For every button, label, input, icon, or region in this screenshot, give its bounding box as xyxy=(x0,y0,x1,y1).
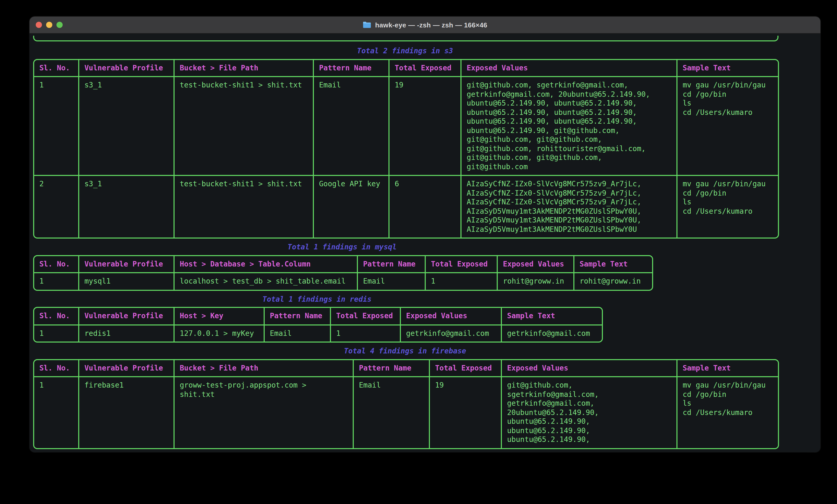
window-title-group: hawk-eye — -zsh — zsh — 166×46 xyxy=(362,21,487,29)
section-title-redis: Total 1 findings in redis xyxy=(33,295,601,304)
cell-total-exposed: 19 xyxy=(389,77,461,175)
cell-total-exposed: 19 xyxy=(429,377,501,448)
terminal-output: Total 2 findings in s3 Sl. No. Vulnerabl… xyxy=(30,34,820,452)
column-header-vulnerable-profile: Vulnerable Profile xyxy=(79,256,174,273)
column-header-sample-text: Sample Text xyxy=(501,308,602,325)
cell-sample-text: rohit@groww.in xyxy=(574,273,652,290)
desktop: hawk-eye — -zsh — zsh — 166×46 Total 2 f… xyxy=(0,0,837,504)
column-header-pattern-name: Pattern Name xyxy=(357,256,425,273)
column-header-sl-no: Sl. No. xyxy=(34,360,79,377)
table-header-row: Sl. No. Vulnerable Profile Host > Databa… xyxy=(34,256,652,273)
close-button[interactable] xyxy=(36,22,42,28)
previous-table-clipped-border xyxy=(33,36,779,41)
folder-icon xyxy=(362,21,371,29)
column-header-exposed-values: Exposed Values xyxy=(461,60,677,77)
cell-exposed-values: rohit@groww.in xyxy=(497,273,574,290)
column-header-sample-text: Sample Text xyxy=(677,360,778,377)
cell-total-exposed: 1 xyxy=(331,325,400,341)
section-title-firebase: Total 4 findings in firebase xyxy=(33,347,777,356)
cell-bucket-file-path: groww-test-proj.appspot.com > shit.txt xyxy=(174,377,353,448)
column-header-exposed-values: Exposed Values xyxy=(501,360,677,377)
column-header-host-key: Host > Key xyxy=(174,308,264,325)
column-header-vulnerable-profile: Vulnerable Profile xyxy=(79,60,174,77)
column-header-sl-no: Sl. No. xyxy=(34,308,79,325)
section-redis: Total 1 findings in redis Sl. No. Vulner… xyxy=(33,295,601,342)
cell-vulnerable-profile: redis1 xyxy=(79,325,174,341)
section-mysql: Total 1 findings in mysql Sl. No. Vulner… xyxy=(33,243,651,291)
cell-sample-text: mv gau /usr/bin/gau cd /go/bin ls cd /Us… xyxy=(677,77,778,175)
cell-bucket-file-path: test-bucket-shit1 > shit.txt xyxy=(174,77,313,175)
cell-sample-text: mv gau /usr/bin/gau cd /go/bin ls cd /Us… xyxy=(677,377,778,448)
cell-vulnerable-profile: s3_1 xyxy=(79,175,174,238)
column-header-sl-no: Sl. No. xyxy=(34,60,79,77)
cell-sl-no: 1 xyxy=(34,273,79,290)
traffic-lights xyxy=(36,17,63,33)
table-row: 2 s3_1 test-bucket-shit1 > shit.txt Goog… xyxy=(34,175,778,238)
cell-vulnerable-profile: mysql1 xyxy=(79,273,174,290)
zoom-button[interactable] xyxy=(56,22,63,28)
cell-exposed-values: git@github.com, sgetrkinfo@gmail.com, ge… xyxy=(461,77,677,175)
column-header-vulnerable-profile: Vulnerable Profile xyxy=(79,308,174,325)
column-header-bucket-file-path: Bucket > File Path xyxy=(174,360,353,377)
cell-pattern-name: Email xyxy=(353,377,429,448)
cell-exposed-values: getrkinfo@gmail.com xyxy=(400,325,501,341)
cell-sl-no: 2 xyxy=(34,175,79,238)
table-row: 1 mysql1 localhost > test_db > shit_tabl… xyxy=(34,273,652,290)
column-header-exposed-values: Exposed Values xyxy=(400,308,501,325)
table-row: 1 firebase1 groww-test-proj.appspot.com … xyxy=(34,377,778,448)
section-firebase: Total 4 findings in firebase Sl. No. Vul… xyxy=(33,347,777,449)
column-header-total-exposed: Total Exposed xyxy=(429,360,501,377)
terminal-window: hawk-eye — -zsh — zsh — 166×46 Total 2 f… xyxy=(30,17,820,452)
section-title-s3: Total 2 findings in s3 xyxy=(33,46,777,56)
window-titlebar[interactable]: hawk-eye — -zsh — zsh — 166×46 xyxy=(30,17,820,34)
column-header-sample-text: Sample Text xyxy=(677,60,778,77)
cell-total-exposed: 6 xyxy=(389,175,461,238)
cell-pattern-name: Email xyxy=(357,273,425,290)
table-row: 1 redis1 127.0.0.1 > myKey Email 1 getrk… xyxy=(34,325,602,341)
cell-sl-no: 1 xyxy=(34,377,79,448)
table-row: 1 s3_1 test-bucket-shit1 > shit.txt Emai… xyxy=(34,77,778,175)
cell-host-database-column: localhost > test_db > shit_table.email xyxy=(174,273,357,290)
cell-sample-text: getrkinfo@gmail.com xyxy=(501,325,602,341)
table-header-row: Sl. No. Vulnerable Profile Host > Key Pa… xyxy=(34,308,602,325)
cell-total-exposed: 1 xyxy=(425,273,497,290)
minimize-button[interactable] xyxy=(46,22,52,28)
cell-sample-text: mv gau /usr/bin/gau cd /go/bin ls cd /Us… xyxy=(677,175,778,238)
column-header-pattern-name: Pattern Name xyxy=(313,60,389,77)
column-header-pattern-name: Pattern Name xyxy=(264,308,331,325)
findings-table-redis: Sl. No. Vulnerable Profile Host > Key Pa… xyxy=(33,307,603,342)
cell-pattern-name: Google API key xyxy=(313,175,389,238)
cell-exposed-values: git@github.com, sgetrkinfo@gmail.com, ge… xyxy=(501,377,677,448)
column-header-pattern-name: Pattern Name xyxy=(353,360,429,377)
findings-table-firebase: Sl. No. Vulnerable Profile Bucket > File… xyxy=(33,359,779,449)
table-header-row: Sl. No. Vulnerable Profile Bucket > File… xyxy=(34,60,778,77)
section-s3: Total 2 findings in s3 Sl. No. Vulnerabl… xyxy=(33,46,777,239)
table-header-row: Sl. No. Vulnerable Profile Bucket > File… xyxy=(34,360,778,377)
findings-table-mysql: Sl. No. Vulnerable Profile Host > Databa… xyxy=(33,255,653,291)
cell-pattern-name: Email xyxy=(264,325,331,341)
cell-bucket-file-path: test-bucket-shit1 > shit.txt xyxy=(174,175,313,238)
findings-table-s3: Sl. No. Vulnerable Profile Bucket > File… xyxy=(33,59,779,239)
cell-exposed-values: AIzaSyCfNZ-IZx0-SlVcVg8MCr575zv9_Ar7jLc,… xyxy=(461,175,677,238)
cell-pattern-name: Email xyxy=(313,77,389,175)
column-header-total-exposed: Total Exposed xyxy=(331,308,400,325)
column-header-exposed-values: Exposed Values xyxy=(497,256,574,273)
window-title: hawk-eye — -zsh — zsh — 166×46 xyxy=(375,21,487,29)
column-header-host-database-column: Host > Database > Table.Column xyxy=(174,256,357,273)
column-header-total-exposed: Total Exposed xyxy=(389,60,461,77)
cell-host-key: 127.0.0.1 > myKey xyxy=(174,325,264,341)
column-header-bucket-file-path: Bucket > File Path xyxy=(174,60,313,77)
column-header-total-exposed: Total Exposed xyxy=(425,256,497,273)
cell-sl-no: 1 xyxy=(34,325,79,341)
cell-vulnerable-profile: firebase1 xyxy=(79,377,174,448)
section-title-mysql: Total 1 findings in mysql xyxy=(33,243,651,252)
column-header-sl-no: Sl. No. xyxy=(34,256,79,273)
column-header-vulnerable-profile: Vulnerable Profile xyxy=(79,360,174,377)
column-header-sample-text: Sample Text xyxy=(574,256,652,273)
cell-sl-no: 1 xyxy=(34,77,79,175)
cell-vulnerable-profile: s3_1 xyxy=(79,77,174,175)
